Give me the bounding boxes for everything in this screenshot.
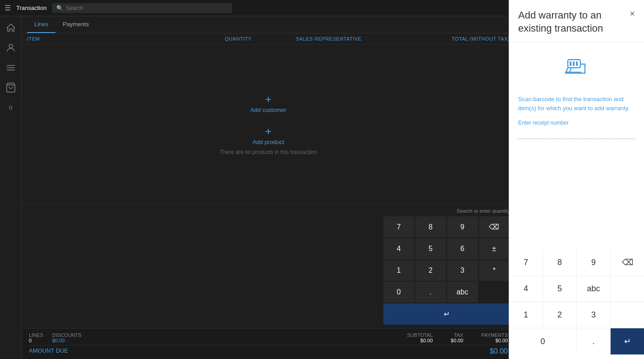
overlay-header: Add warranty to an existing transaction … <box>509 0 644 42</box>
subtotal-value: $0.00 <box>420 338 433 343</box>
numpad-plusminus[interactable]: ± <box>479 238 510 259</box>
add-customer-button[interactable]: + Add customer <box>250 94 286 113</box>
payments-label: PAYMENTS <box>481 332 508 338</box>
search-icon: 🔍 <box>56 5 63 11</box>
sidebar-user-icon[interactable] <box>3 40 19 56</box>
sidebar-bag-icon[interactable] <box>3 79 19 96</box>
barcode-gun-icon <box>563 56 590 83</box>
scan-desc-link: item(s) <box>518 105 536 112</box>
search-bar[interactable]: 🔍 <box>52 3 232 13</box>
tax-label: TAX <box>454 332 464 338</box>
add-product-label: Add product <box>253 139 284 145</box>
onp-4[interactable]: 4 <box>509 276 543 302</box>
numpad-9[interactable]: 9 <box>447 216 478 238</box>
amount-due-label: AMOUNT DUE <box>29 347 68 355</box>
numpad-multiply[interactable]: * <box>479 260 510 281</box>
lines-value: 0 <box>29 338 43 343</box>
receipt-label: Enter receipt number <box>518 120 635 126</box>
discounts-value: $0.00 <box>52 338 82 343</box>
receipt-label-plain: Enter receipt <box>518 120 550 126</box>
receipt-number-input[interactable] <box>518 128 635 139</box>
plus-icon-2: + <box>265 126 271 137</box>
quantity-label: Search or enter quantity <box>27 208 510 214</box>
plus-icon: + <box>265 94 271 105</box>
scan-desc-plain: Scan barcode to find the transaction and <box>518 96 623 103</box>
empty-transaction-area: + Add customer + Add product There are n… <box>22 45 515 204</box>
onp-1[interactable]: 1 <box>509 302 543 328</box>
onp-3[interactable]: 3 <box>577 302 610 328</box>
overlay-body: Scan barcode to find the transaction and… <box>509 42 644 249</box>
numpad-backspace[interactable]: ⌫ <box>479 216 510 238</box>
empty-message: There are no products in this transactio… <box>220 149 317 155</box>
svg-rect-34 <box>576 61 578 66</box>
lines-label: LINES <box>29 332 43 338</box>
col-qty-header: QUANTITY <box>208 36 268 42</box>
center-content: Lines Payments ITEM QUANTITY SALES REPRE… <box>22 16 515 359</box>
svg-rect-33 <box>573 61 575 66</box>
svg-rect-32 <box>570 61 571 66</box>
onp-enter[interactable]: ↵ <box>611 328 644 354</box>
numpad-5[interactable]: 5 <box>415 238 446 259</box>
amount-due-value: $0.00 <box>490 347 508 355</box>
overlay-panel: Add warranty to an existing transaction … <box>509 0 644 359</box>
overlay-numpad-grid: 7 8 9 ⌫ 4 5 abc 1 2 3 0 . ↵ <box>509 249 644 354</box>
svg-point-0 <box>9 44 13 48</box>
subtotal-label: SUBTOTAL <box>407 332 433 338</box>
scan-description: Scan barcode to find the transaction and… <box>518 95 635 112</box>
col-item-header: ITEM <box>27 36 208 42</box>
numpad-2[interactable]: 2 <box>415 260 446 281</box>
onp-9[interactable]: 9 <box>577 249 610 275</box>
scan-icon-area <box>518 51 635 88</box>
add-product-button[interactable]: + Add product <box>253 126 284 145</box>
numpad-8[interactable]: 8 <box>415 216 446 238</box>
scan-desc-end: for which you want to add warranty. <box>536 105 630 112</box>
overlay-title: Add warranty to an existing transaction <box>518 9 625 35</box>
numpad-3[interactable]: 3 <box>447 260 478 281</box>
onp-7[interactable]: 7 <box>509 249 543 275</box>
numpad-4[interactable]: 4 <box>383 238 414 259</box>
numpad-enter[interactable]: ↵ <box>383 303 510 325</box>
table-header: ITEM QUANTITY SALES REPRESENTATIVE TOTAL… <box>22 33 515 45</box>
overlay-close-button[interactable]: × <box>630 9 635 18</box>
onp-5[interactable]: 5 <box>543 276 576 302</box>
onp-dot[interactable]: . <box>577 328 610 354</box>
onp-8[interactable]: 8 <box>543 249 576 275</box>
left-sidebar: 0 <box>0 16 22 359</box>
onp-backspace[interactable]: ⌫ <box>611 249 644 275</box>
numpad-0[interactable]: 0 <box>383 282 414 303</box>
footer-totals: LINES 0 DISCOUNTS $0.00 SUBTOTAL $0.00 T… <box>22 328 515 359</box>
onp-0[interactable]: 0 <box>509 328 576 354</box>
tab-payments[interactable]: Payments <box>55 16 96 33</box>
numpad-abc[interactable]: abc <box>447 282 478 303</box>
col-total-header: TOTAL (WITHOUT TAX) <box>389 36 510 42</box>
numpad-1[interactable]: 1 <box>383 260 414 281</box>
search-input[interactable] <box>66 5 228 11</box>
sidebar-number-icon: 0 <box>3 99 19 116</box>
numpad-dot[interactable]: . <box>415 282 446 303</box>
sidebar-home-icon[interactable] <box>3 20 19 36</box>
discounts-label: DISCOUNTS <box>52 332 82 338</box>
app-title: Transaction <box>16 5 46 11</box>
numpad-6[interactable]: 6 <box>447 238 478 259</box>
numpad-section: Search or enter quantity 7 8 9 ⌫ 4 5 6 ±… <box>22 204 515 328</box>
receipt-label-link: number <box>550 120 569 126</box>
add-customer-label: Add customer <box>250 107 286 113</box>
onp-empty2 <box>611 302 644 328</box>
tabs-bar: Lines Payments <box>22 16 515 33</box>
sidebar-menu-icon[interactable] <box>3 60 19 76</box>
onp-2[interactable]: 2 <box>543 302 576 328</box>
numpad-grid: 7 8 9 ⌫ 4 5 6 ± 1 2 3 * 0 . abc ↵ <box>383 216 510 325</box>
onp-empty1 <box>611 276 644 302</box>
hamburger-icon[interactable]: ☰ <box>5 4 11 12</box>
receipt-number-field-wrap: Enter receipt number <box>518 120 635 139</box>
col-rep-header: SALES REPRESENTATIVE <box>268 36 389 42</box>
tab-lines[interactable]: Lines <box>27 16 55 33</box>
onp-abc[interactable]: abc <box>577 276 610 302</box>
tax-value: $0.00 <box>451 338 464 343</box>
payments-value: $0.00 <box>495 338 508 343</box>
numpad-7[interactable]: 7 <box>383 216 414 238</box>
overlay-numpad: 7 8 9 ⌫ 4 5 abc 1 2 3 0 . ↵ <box>509 249 644 359</box>
transaction-area: ITEM QUANTITY SALES REPRESENTATIVE TOTAL… <box>22 33 515 328</box>
